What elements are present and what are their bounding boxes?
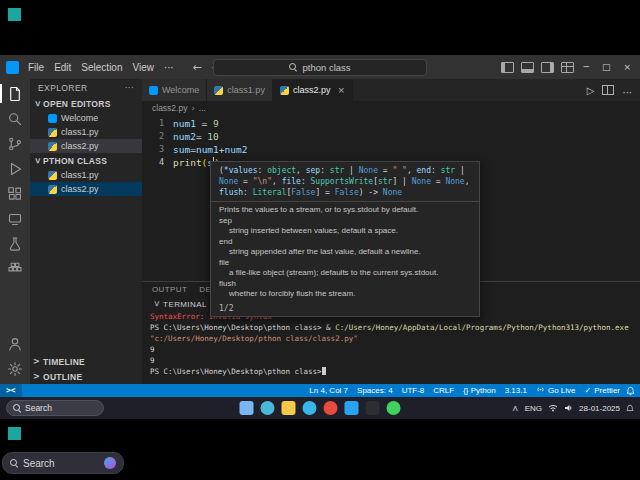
clock-date[interactable]: 28-01-2025 — [579, 404, 620, 413]
terminal[interactable]: SyntaxError: invalid syntaxPS C:\Users\H… — [142, 311, 640, 384]
remote-indicator[interactable]: >< — [0, 384, 22, 397]
tab-welcome[interactable]: Welcome — [142, 79, 207, 101]
file-item-class1-py[interactable]: class1.py — [30, 168, 142, 182]
status-ln-4-col-7[interactable]: Ln 4, Col 7 — [309, 386, 348, 395]
tab-label: Welcome — [162, 85, 199, 95]
notifications-bell-icon[interactable] — [626, 386, 640, 396]
remote-icon — [7, 211, 23, 227]
close-icon[interactable]: × — [337, 85, 345, 95]
back-icon[interactable] — [193, 61, 202, 74]
activity-remote[interactable] — [0, 206, 30, 231]
signature-pagination[interactable]: 1/2 — [211, 303, 479, 316]
taskbar-search[interactable]: Search — [6, 400, 104, 416]
status-text: Spaces: 4 — [357, 386, 393, 395]
activity-extensions[interactable] — [0, 181, 30, 206]
signature-token: = — [238, 177, 252, 186]
status-go-live[interactable]: Go Live — [536, 385, 576, 396]
signature-line: (*values: object, sep: str | None = " ",… — [219, 165, 471, 176]
activity-run-debug[interactable] — [0, 156, 30, 181]
toggle-panel-icon[interactable] — [521, 62, 534, 73]
status-text: CRLF — [433, 386, 454, 395]
activity-explorer[interactable] — [0, 81, 30, 106]
status-3-13-1[interactable]: 3.13.1 — [505, 386, 527, 395]
chevron-right-icon — [33, 358, 40, 366]
status-bar: >< Ln 4, Col 7Spaces: 4UTF-8CRLF{} Pytho… — [0, 384, 640, 397]
status-utf-8[interactable]: UTF-8 — [402, 386, 425, 395]
signature-token: *values — [224, 166, 258, 175]
activity-search[interactable] — [0, 106, 30, 131]
python-icon — [214, 86, 223, 95]
chrome-icon[interactable] — [324, 401, 338, 415]
section-outline[interactable]: OUTLINE — [30, 369, 142, 384]
whatsapp-icon[interactable] — [387, 401, 401, 415]
customize-layout-icon[interactable] — [561, 62, 574, 73]
more-actions-icon[interactable] — [125, 83, 134, 93]
file-label: class2.py — [61, 141, 99, 151]
panel-tab-output[interactable]: OUTPUT — [152, 285, 187, 294]
file-item-class2-py[interactable]: class2.py — [30, 182, 142, 196]
run-button[interactable] — [587, 85, 595, 96]
menu-overflow-icon[interactable] — [159, 62, 179, 73]
tray-chevron-up-icon[interactable] — [512, 404, 519, 413]
section-timeline[interactable]: TIMELINE — [30, 354, 142, 369]
file-item-class1-py[interactable]: class1.py — [30, 125, 142, 139]
desktop-search-bar[interactable]: Search — [2, 452, 124, 474]
language-indicator[interactable]: ENG — [525, 404, 542, 413]
status-text: 3.13.1 — [505, 386, 527, 395]
file-label: class2.py — [61, 184, 99, 194]
status-crlf[interactable]: CRLF — [433, 386, 454, 395]
widgets-icon[interactable] — [261, 401, 275, 415]
menu-selection[interactable]: Selection — [76, 62, 127, 73]
menu-view[interactable]: View — [128, 62, 160, 73]
close-icon[interactable] — [620, 62, 634, 72]
activity-containers[interactable] — [0, 256, 30, 281]
minimize-icon[interactable] — [581, 62, 592, 72]
code-line[interactable]: 2num2= 10 — [142, 130, 640, 143]
vscode-icon[interactable] — [345, 401, 359, 415]
section-folder[interactable]: PTHON CLASS — [30, 153, 142, 168]
status-prettier[interactable]: ✓Prettier — [585, 386, 621, 395]
tab-class2-py[interactable]: class2.py× — [273, 79, 353, 101]
file-item-welcome[interactable]: Welcome — [30, 111, 142, 125]
maximize-icon[interactable] — [599, 62, 614, 72]
signature-token: Literal — [253, 188, 287, 197]
breadcrumb-symbol: ... — [199, 103, 206, 113]
breadcrumb[interactable]: class2.py ... — [142, 101, 640, 115]
wifi-icon[interactable] — [548, 404, 558, 412]
menu-file[interactable]: File — [23, 62, 49, 73]
folder-label: PTHON CLASS — [43, 156, 107, 166]
command-center-search[interactable]: pthon class — [213, 59, 427, 76]
toggle-secondary-sidebar-icon[interactable] — [541, 62, 554, 73]
activity-testing[interactable] — [0, 231, 30, 256]
code-line[interactable]: 3sum=num1+num2 — [142, 143, 640, 156]
code-line[interactable]: 1num1 = 9 — [142, 117, 640, 130]
doc-line: flush — [219, 279, 471, 290]
notification-bell-icon[interactable] — [626, 404, 634, 413]
menu-edit[interactable]: Edit — [49, 62, 76, 73]
file-item-class2-py[interactable]: class2.py — [30, 139, 142, 153]
signature-token: , — [272, 177, 282, 186]
edge-icon[interactable] — [303, 401, 317, 415]
tab-class1-py[interactable]: class1.py — [207, 79, 273, 101]
activity-account[interactable] — [0, 331, 30, 356]
more-actions-icon[interactable] — [622, 81, 632, 100]
task-view-icon[interactable] — [240, 401, 254, 415]
file-explorer-icon[interactable] — [282, 401, 296, 415]
volume-icon[interactable] — [564, 404, 573, 412]
python-icon — [280, 86, 289, 95]
split-editor-icon[interactable] — [602, 85, 614, 95]
signature-token: str — [330, 166, 344, 175]
status-spaces-4[interactable]: Spaces: 4 — [357, 386, 393, 395]
tabs: Welcomeclass1.pyclass2.py× — [142, 79, 353, 101]
status-python[interactable]: {} Python — [463, 386, 495, 395]
activity-settings[interactable] — [0, 356, 30, 381]
section-open-editors[interactable]: OPEN EDITORS — [30, 96, 142, 111]
signature-token: str — [441, 166, 455, 175]
terminal-token: 9 — [150, 356, 155, 365]
signature-token: : — [301, 177, 311, 186]
toggle-sidebar-icon[interactable] — [501, 62, 514, 73]
terminal-icon[interactable] — [366, 401, 380, 415]
activity-source-control[interactable] — [0, 131, 30, 156]
video-frame: FileEditSelectionView pthon class — [0, 0, 640, 480]
code-token: sum — [173, 144, 190, 155]
